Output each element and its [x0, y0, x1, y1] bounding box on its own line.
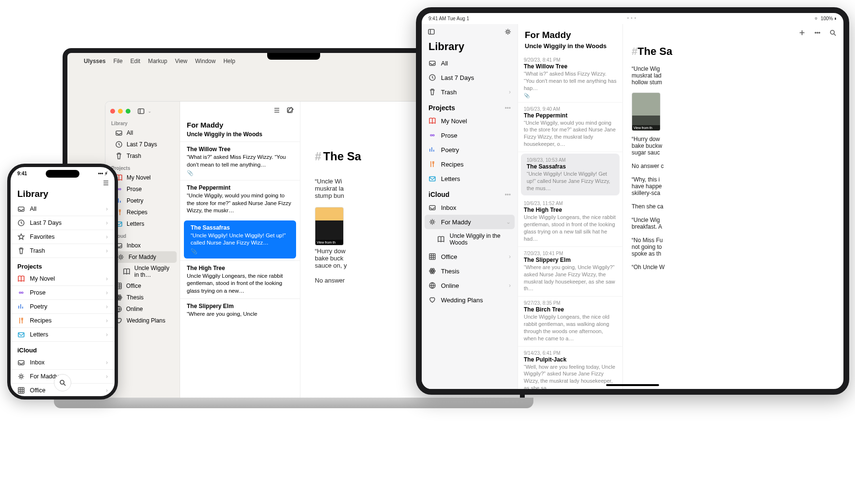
menu-help[interactable]: Help — [223, 58, 235, 65]
row-my-novel[interactable]: My Novel› — [11, 272, 115, 286]
chevron-down-icon[interactable]: ⌄ — [148, 109, 152, 114]
row-recipes[interactable]: Recipes — [422, 157, 518, 171]
sheet-high-tree[interactable]: The High TreeUncle Wiggily Longears, the… — [180, 260, 300, 299]
row-all[interactable]: All› — [11, 202, 115, 216]
icloud-header: iCloud — [11, 342, 115, 356]
row-prose[interactable]: Prose› — [11, 286, 115, 300]
sheet-peppermint[interactable]: 10/6/23, 9:40 AMThe Peppermint“Uncle Wig… — [518, 103, 622, 152]
editor-para: “Why, this i have happe skillery-sca — [632, 176, 843, 196]
sheet-slippery-elm[interactable]: 7/20/23, 10:41 PMThe Slippery Elm“Where … — [518, 247, 622, 297]
row-trash[interactable]: Trash› — [11, 244, 115, 258]
row-inbox[interactable]: Inbox› — [11, 356, 115, 370]
row-for-maddy[interactable]: For Maddy⌄ — [425, 215, 515, 229]
sheet-birch[interactable]: 9/27/23, 8:35 PMThe Birch TreeUncle Wigg… — [518, 297, 622, 346]
sheet-sassafras[interactable]: 10/8/23, 10:53 AMThe Sassafras“Uncle Wig… — [521, 154, 620, 196]
editor-para: “Uncle Wig breakfast. A — [632, 217, 843, 230]
macbook-base — [54, 398, 533, 408]
row-last7[interactable]: Last 7 Days — [422, 70, 518, 85]
row-uncle[interactable]: Uncle Wiggily in the Woods — [422, 229, 518, 249]
sidebar-toggle-icon[interactable] — [428, 28, 435, 36]
new-sheet-icon[interactable] — [798, 29, 806, 37]
ipad-sheet-list: For Maddy Uncle Wiggily in the Woods 9/2… — [518, 24, 623, 389]
row-for-maddy[interactable]: ⌄For Maddy — [108, 251, 177, 263]
row-last7[interactable]: Last 7 Days› — [11, 216, 115, 230]
sheet-peppermint[interactable]: The Peppermint“Uncle Wiggily, would you … — [180, 180, 300, 219]
row-recipes[interactable]: Recipes› — [11, 314, 115, 328]
projects-header: Projects — [105, 162, 180, 172]
search-fab[interactable] — [54, 374, 71, 391]
editor-image[interactable] — [315, 207, 344, 246]
row-fav[interactable]: Favorites› — [11, 230, 115, 244]
ipad-sidebar: Library All Last 7 Days Trash› Projects•… — [422, 24, 518, 389]
iphone-nav-icon[interactable] — [102, 179, 110, 187]
sheet-slippery-elm[interactable]: The Slippery Elm“Where are you going, Un… — [180, 298, 300, 322]
row-all[interactable]: All — [422, 56, 518, 70]
attachment-icon: 📎 — [191, 248, 289, 255]
sheet-high-tree[interactable]: 10/6/23, 11:52 AMThe High TreeUncle Wigg… — [518, 197, 622, 246]
library-title: Library — [11, 187, 115, 202]
menu-window[interactable]: Window — [195, 58, 216, 65]
attachment-icon: 📎 — [524, 93, 617, 98]
attachment-icon: 📎 — [187, 170, 293, 176]
list-subtitle: Uncle Wiggily in the Woods — [518, 41, 622, 53]
row-my-novel[interactable]: My Novel — [422, 114, 518, 128]
row-trash[interactable]: Trash — [105, 150, 180, 162]
compose-icon[interactable] — [286, 106, 294, 114]
editor-heading: #The Sa — [632, 45, 843, 58]
settings-icon[interactable] — [504, 28, 512, 36]
menu-view[interactable]: View — [175, 58, 187, 65]
row-online[interactable]: Online› — [422, 278, 518, 293]
sidebar-toggle-icon[interactable] — [137, 107, 145, 115]
row-prose[interactable]: Prose — [422, 128, 518, 142]
editor-para: “No Miss Fu not going to spoke as th — [632, 237, 843, 257]
sheet-sassafras[interactable]: The Sassafras“Uncle Wiggily! Uncle Wiggi… — [184, 220, 296, 258]
more-icon[interactable] — [814, 29, 821, 37]
row-letters[interactable]: Letters — [422, 171, 518, 186]
library-title: Library — [422, 39, 518, 56]
menu-edit[interactable]: Edit — [130, 58, 141, 65]
row-poetry[interactable]: Poetry — [422, 142, 518, 157]
row-thesis[interactable]: Thesis — [422, 264, 518, 278]
minimize-button[interactable] — [118, 109, 123, 114]
row-office[interactable]: Office› — [422, 249, 518, 264]
sheet-pulpit-jack[interactable]: 9/14/23, 6:41 PMThe Pulpit-Jack“Well, ho… — [518, 347, 622, 395]
editor-para: “Oh Uncle W — [632, 264, 843, 271]
menu-app[interactable]: Ulysses — [84, 58, 105, 65]
list-title: For Maddy — [518, 24, 622, 41]
editor-image[interactable] — [632, 92, 661, 131]
projects-header: Projects••• — [422, 99, 518, 114]
list-title: For Maddy — [180, 119, 300, 130]
ipad-editor[interactable]: #The Sa “Uncle Wig muskrat lad hollow st… — [623, 24, 843, 389]
menu-markup[interactable]: Markup — [148, 58, 167, 65]
ipad-battery: ᯤ 100% ▮ — [815, 16, 837, 21]
list-subtitle: Uncle Wiggily in the Woods — [180, 130, 300, 142]
sheet-willow[interactable]: The Willow Tree“What is?” asked Miss Fiz… — [180, 142, 300, 180]
mac-notch — [267, 53, 320, 60]
iphone-notch — [46, 170, 79, 178]
home-indicator[interactable] — [606, 384, 659, 386]
icloud-header: iCloud••• — [422, 186, 518, 200]
multitask-dots[interactable]: ••• — [627, 15, 638, 21]
projects-more-icon[interactable]: ••• — [505, 104, 511, 111]
row-letters[interactable]: Letters› — [11, 328, 115, 342]
menu-file[interactable]: File — [113, 58, 122, 65]
row-wedding[interactable]: Wedding Plans — [422, 293, 518, 307]
iphone-time: 9:41 — [17, 171, 27, 176]
filter-icon[interactable] — [273, 106, 281, 114]
iphone-status-icons: ••• ⚡︎ — [98, 171, 108, 176]
ipad-device: ••• 9:41 AM Tue Aug 1 ᯤ 100% ▮ Library A… — [416, 7, 849, 395]
ipad-time: 9:41 AM Tue Aug 1 — [428, 16, 469, 21]
row-trash[interactable]: Trash› — [422, 85, 518, 99]
sheet-willow[interactable]: 9/20/23, 8:41 PMThe Willow Tree“What is?… — [518, 53, 622, 103]
search-icon[interactable] — [829, 29, 837, 37]
close-button[interactable] — [110, 109, 115, 114]
row-all[interactable]: All — [105, 127, 180, 139]
projects-header: Projects — [11, 258, 115, 272]
row-inbox[interactable]: Inbox — [422, 200, 518, 215]
editor-para: “Uncle Wig muskrat lad hollow stum — [632, 65, 843, 86]
editor-para: “Hurry dow bake buckw sugar sauc — [632, 136, 843, 156]
zoom-button[interactable] — [126, 109, 130, 114]
row-last7[interactable]: Last 7 Days — [105, 139, 180, 150]
icloud-more-icon[interactable]: ••• — [505, 191, 511, 198]
row-poetry[interactable]: Poetry› — [11, 300, 115, 314]
